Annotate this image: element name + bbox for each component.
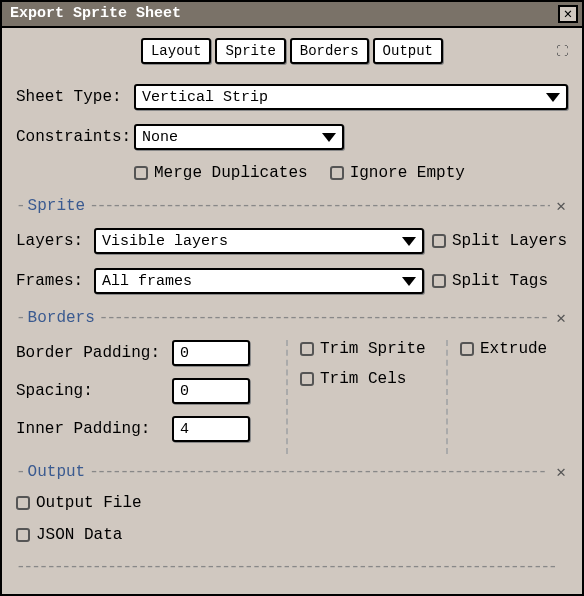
section-borders: - Borders ------------------------------… [16, 308, 568, 328]
checkbox-icon [134, 166, 148, 180]
checkbox-icon [330, 166, 344, 180]
checkbox-icon [460, 342, 474, 356]
spacing-label: Spacing: [16, 382, 166, 400]
checkbox-icon [16, 528, 30, 542]
frames-value: All frames [102, 273, 396, 290]
split-layers-checkbox[interactable]: Split Layers [432, 232, 567, 250]
trim-sprite-label: Trim Sprite [320, 340, 426, 358]
ignore-empty-checkbox[interactable]: Ignore Empty [330, 164, 465, 182]
section-output: - Output -------------------------------… [16, 462, 568, 482]
sheet-type-value: Vertical Strip [142, 89, 540, 106]
frames-label: Frames: [16, 272, 86, 290]
merge-duplicates-label: Merge Duplicates [154, 164, 308, 182]
tab-layout[interactable]: Layout [141, 38, 211, 64]
sheet-type-label: Sheet Type: [16, 88, 126, 106]
dialog-content: Layout Sprite Borders Output ⛶ Sheet Typ… [2, 28, 582, 596]
border-padding-input[interactable] [172, 340, 250, 366]
checkbox-icon [16, 496, 30, 510]
output-file-label: Output File [36, 494, 142, 512]
checkbox-icon [432, 234, 446, 248]
chevron-down-icon [322, 133, 336, 142]
section-sprite-close[interactable]: ✕ [554, 196, 568, 216]
titlebar: Export Sprite Sheet ✕ [2, 2, 582, 28]
constraints-label: Constraints: [16, 128, 126, 146]
tab-borders[interactable]: Borders [290, 38, 369, 64]
sheet-type-select[interactable]: Vertical Strip [134, 84, 568, 110]
divider: ----------------------------------------… [16, 558, 568, 576]
layers-select[interactable]: Visible layers [94, 228, 424, 254]
constraints-value: None [142, 129, 316, 146]
window-title: Export Sprite Sheet [10, 1, 181, 27]
chevron-down-icon [546, 93, 560, 102]
section-sprite: - Sprite -------------------------------… [16, 196, 568, 216]
layers-value: Visible layers [102, 233, 396, 250]
extrude-checkbox[interactable]: Extrude [460, 340, 547, 358]
section-output-title: Output [28, 463, 86, 481]
split-layers-label: Split Layers [452, 232, 567, 250]
inner-padding-label: Inner Padding: [16, 420, 166, 438]
split-tags-checkbox[interactable]: Split Tags [432, 272, 548, 290]
merge-duplicates-checkbox[interactable]: Merge Duplicates [134, 164, 308, 182]
section-borders-close[interactable]: ✕ [554, 308, 568, 328]
section-output-close[interactable]: ✕ [554, 462, 568, 482]
constraints-select[interactable]: None [134, 124, 344, 150]
output-file-checkbox[interactable]: Output File [16, 494, 142, 512]
expand-icon[interactable]: ⛶ [556, 44, 568, 59]
checkbox-icon [300, 372, 314, 386]
json-data-checkbox[interactable]: JSON Data [16, 526, 122, 544]
checkbox-icon [432, 274, 446, 288]
inner-padding-input[interactable] [172, 416, 250, 442]
chevron-down-icon [402, 277, 416, 286]
border-padding-label: Border Padding: [16, 344, 166, 362]
extrude-label: Extrude [480, 340, 547, 358]
trim-cels-label: Trim Cels [320, 370, 406, 388]
chevron-down-icon [402, 237, 416, 246]
tab-output[interactable]: Output [373, 38, 443, 64]
frames-select[interactable]: All frames [94, 268, 424, 294]
section-borders-title: Borders [28, 309, 95, 327]
spacing-input[interactable] [172, 378, 250, 404]
layers-label: Layers: [16, 232, 86, 250]
tabs-row: Layout Sprite Borders Output ⛶ [16, 38, 568, 64]
section-sprite-title: Sprite [28, 197, 86, 215]
split-tags-label: Split Tags [452, 272, 548, 290]
trim-cels-checkbox[interactable]: Trim Cels [300, 370, 406, 388]
trim-sprite-checkbox[interactable]: Trim Sprite [300, 340, 426, 358]
tab-sprite[interactable]: Sprite [215, 38, 285, 64]
json-data-label: JSON Data [36, 526, 122, 544]
checkbox-icon [300, 342, 314, 356]
close-icon[interactable]: ✕ [558, 5, 578, 23]
ignore-empty-label: Ignore Empty [350, 164, 465, 182]
